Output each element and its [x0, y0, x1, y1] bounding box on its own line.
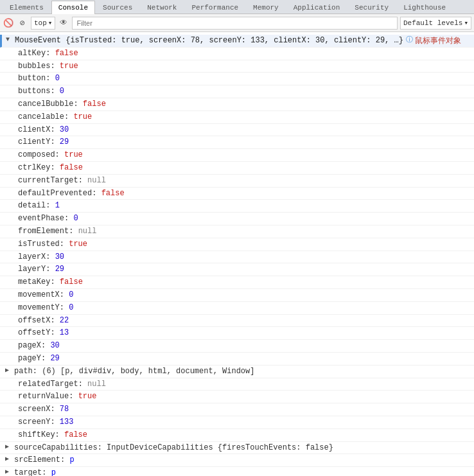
properties-list: altKey: falsebubbles: truebutton: 0butto… [0, 48, 474, 476]
expand-arrow[interactable] [5, 366, 13, 374]
property-row: relatedTarget: null [0, 378, 474, 391]
property-row: buttons: 0 [0, 85, 474, 98]
expand-arrow[interactable] [6, 35, 13, 43]
annotation-label: 鼠标事件对象 [415, 35, 461, 46]
tab-sources[interactable]: Sources [96, 1, 139, 13]
property-row: layerY: 29 [0, 263, 474, 276]
property-row: ctrlKey: false [0, 162, 474, 175]
block-button[interactable]: ⊘ [17, 17, 28, 29]
property-row: defaultPrevented: false [0, 188, 474, 200]
tab-application[interactable]: Application [286, 1, 347, 13]
property-row[interactable]: srcElement: p [0, 454, 474, 467]
property-row: movementY: 0 [0, 302, 474, 315]
property-row: screenX: 78 [0, 403, 474, 416]
property-row: offsetX: 22 [0, 315, 474, 328]
property-row: clientX: 30 [0, 124, 474, 137]
tab-network[interactable]: Network [140, 1, 184, 13]
clear-console-button[interactable]: 🚫 [3, 17, 14, 29]
chevron-down-icon: ▾ [464, 19, 468, 27]
tab-lighthouse[interactable]: Lighthouse [396, 1, 453, 13]
tab-console[interactable]: Console [51, 1, 95, 14]
property-row: altKey: false [0, 48, 474, 60]
property-row: currentTarget: null [0, 175, 474, 188]
chevron-down-icon: ▾ [48, 19, 53, 27]
property-row: pageX: 30 [0, 340, 474, 353]
property-row: returnValue: true [0, 391, 474, 403]
property-row: cancelable: true [0, 111, 474, 124]
property-row: bubbles: true [0, 60, 474, 73]
tab-security[interactable]: Security [347, 1, 396, 13]
mouse-event-title: MouseEvent {isTrusted: true, screenX: 78… [15, 35, 403, 46]
property-row: button: 0 [0, 73, 474, 85]
property-row: screenY: 133 [0, 416, 474, 429]
property-row: pageY: 29 [0, 353, 474, 366]
console-toolbar: 🚫 ⊘ top ▾ 👁 Default levels ▾ [0, 14, 474, 32]
property-row: detail: 1 [0, 200, 474, 213]
eye-icon[interactable]: 👁 [58, 17, 69, 29]
property-row: composed: true [0, 149, 474, 162]
property-row: layerX: 30 [0, 251, 474, 264]
context-selector[interactable]: top ▾ [31, 17, 55, 30]
tab-elements[interactable]: Elements [3, 1, 51, 13]
property-row: eventPhase: 0 [0, 213, 474, 225]
tab-memory[interactable]: Memory [246, 1, 286, 13]
property-row[interactable]: sourceCapabilities: InputDeviceCapabilit… [0, 442, 474, 455]
property-row: clientY: 29 [0, 136, 474, 149]
filter-input[interactable] [72, 17, 398, 30]
tab-bar: Elements Console Sources Network Perform… [0, 0, 474, 14]
property-row: movementX: 0 [0, 289, 474, 302]
property-row[interactable]: path: (6) [p, div#div, body, html, docum… [0, 366, 474, 378]
expand-arrow[interactable] [5, 468, 13, 475]
tab-performance[interactable]: Performance [184, 1, 245, 13]
property-row: metaKey: false [0, 276, 474, 289]
console-output: MouseEvent {isTrusted: true, screenX: 78… [0, 32, 474, 476]
property-row: shiftKey: false [0, 429, 474, 442]
property-row: isTrusted: true [0, 238, 474, 251]
property-row: cancelBubble: false [0, 98, 474, 111]
log-levels-selector[interactable]: Default levels ▾ [400, 17, 471, 30]
info-icon[interactable]: ⓘ [406, 35, 413, 46]
property-row: offsetY: 13 [0, 327, 474, 340]
property-row[interactable]: target: p [0, 467, 474, 476]
expand-arrow[interactable] [5, 455, 13, 463]
property-row: fromElement: null [0, 225, 474, 238]
expand-arrow[interactable] [5, 443, 13, 450]
mouse-event-entry[interactable]: MouseEvent {isTrusted: true, screenX: 78… [0, 35, 474, 48]
